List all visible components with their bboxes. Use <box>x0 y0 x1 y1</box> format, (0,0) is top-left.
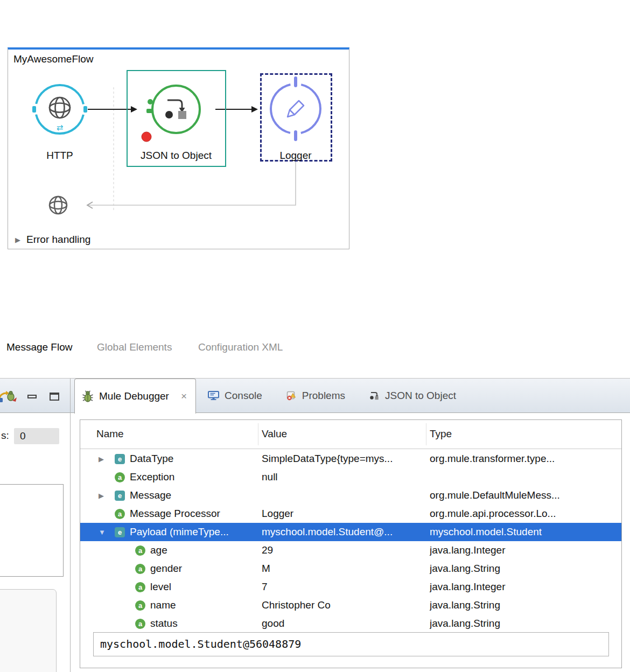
variable-type: java.lang.String <box>430 618 621 629</box>
variable-name: age <box>150 544 167 556</box>
debugger-tab-bar: Mule Debugger × Console <box>0 379 630 413</box>
attribute-icon: a <box>135 545 145 556</box>
table-row[interactable]: alevel7java.lang.Integer <box>80 578 621 596</box>
table-row[interactable]: astatusgoodjava.lang.String <box>80 614 621 633</box>
column-header-type[interactable]: Type <box>430 428 452 440</box>
tab-mule-debugger[interactable]: Mule Debugger × <box>74 379 196 414</box>
variables-table-header: Name Value Type <box>80 420 621 449</box>
table-row[interactable]: aage29java.lang.Integer <box>80 541 621 559</box>
tab-configuration-xml[interactable]: Configuration XML <box>198 341 283 353</box>
attribute-icon: a <box>135 619 145 629</box>
bottom-panel: Mule Debugger × Console <box>0 378 630 672</box>
variable-name: DataType <box>130 453 173 465</box>
table-row[interactable]: ▼ePayload (mimeType...myschool.model.Stu… <box>80 523 621 541</box>
variable-type: java.lang.Integer <box>430 581 621 593</box>
attribute-icon: a <box>115 509 125 519</box>
table-row[interactable]: aMessage ProcessorLoggerorg.mule.api.pro… <box>80 505 621 523</box>
tab-message-flow[interactable]: Message Flow <box>6 341 73 353</box>
expand-arrow-icon[interactable]: ▶ <box>99 455 115 463</box>
tab-console[interactable]: Console <box>196 379 274 413</box>
variable-value: myschool.model.Student@... <box>262 526 430 538</box>
expand-arrow-icon[interactable]: ▶ <box>15 236 20 244</box>
variable-type: java.lang.String <box>430 563 621 575</box>
attribute-icon: a <box>115 472 125 482</box>
column-header-value[interactable]: Value <box>262 428 287 440</box>
variable-name: Payload (mimeType... <box>130 526 229 538</box>
variable-value: Logger <box>262 508 430 520</box>
table-row[interactable]: ▶eDataTypeSimpleDataType{type=mys...org.… <box>80 450 621 468</box>
table-row[interactable]: ▶eMessageorg.mule.DefaultMuleMess... <box>80 486 621 505</box>
tab-label: Mule Debugger <box>99 390 169 402</box>
flow-canvas[interactable]: MyAwesomeFlow <box>8 47 349 249</box>
editor-tab-bar: Message Flow Global Elements Configurati… <box>0 339 630 359</box>
element-icon: e <box>115 527 125 537</box>
error-handling-label: Error handling <box>26 234 90 246</box>
expand-arrow-icon[interactable]: ▶ <box>99 492 115 500</box>
sidebar-list-panel[interactable] <box>0 484 64 577</box>
logger-node-label: Logger <box>263 150 328 162</box>
http-node-label: HTTP <box>27 150 92 162</box>
close-icon[interactable]: × <box>181 390 187 402</box>
variable-value: SimpleDataType{type=mys... <box>262 453 430 465</box>
variable-name: Message Processor <box>130 508 220 520</box>
variable-value: null <box>262 471 430 483</box>
variable-value: 7 <box>262 581 430 593</box>
table-row[interactable]: agenderMjava.lang.String <box>80 559 621 578</box>
element-icon: e <box>115 491 125 501</box>
variable-name: level <box>150 581 171 593</box>
attribute-icon: a <box>135 582 145 592</box>
maximize-view-button[interactable] <box>50 393 59 401</box>
variable-type: org.mule.api.processor.Lo... <box>430 508 621 520</box>
sidebar-lower-panel[interactable] <box>0 589 57 672</box>
variable-type: java.lang.Integer <box>430 544 621 556</box>
debug-toolbar-icon-2[interactable] <box>5 390 18 403</box>
variable-name: Message <box>130 489 171 501</box>
table-row[interactable]: anameChristopher Cojava.lang.String <box>80 596 621 614</box>
count-value: 0 <box>20 430 26 442</box>
response-return-path <box>87 162 296 208</box>
bug-icon <box>82 390 94 402</box>
column-separator[interactable] <box>258 423 258 445</box>
tab-json-to-object[interactable]: JSON to Object <box>357 379 468 413</box>
tab-label: Console <box>225 390 262 402</box>
error-handling-section[interactable]: ▶ Error handling <box>15 234 90 246</box>
variable-name: gender <box>150 563 182 575</box>
problems-icon <box>286 391 297 401</box>
anypoint-studio-window: { "colors": { "accent-blue": "#2e7ee0", … <box>0 0 630 672</box>
variable-type: org.mule.transformer.type... <box>430 453 621 465</box>
transform-tab-icon <box>369 390 380 401</box>
variable-value: 29 <box>262 544 430 556</box>
panel-divider[interactable] <box>70 379 71 672</box>
element-icon: e <box>115 454 125 464</box>
variable-value: M <box>262 563 430 575</box>
variable-value: good <box>262 618 430 629</box>
variable-type: myschool.model.Student <box>430 526 621 538</box>
variable-type: java.lang.String <box>430 599 621 611</box>
debug-variable-rows: ▶eDataTypeSimpleDataType{type=mys...org.… <box>80 450 621 633</box>
column-separator[interactable] <box>426 423 426 445</box>
logger-selection-box <box>260 73 332 162</box>
count-value-box: 0 <box>14 428 59 444</box>
variable-name: status <box>150 618 178 629</box>
tab-global-elements[interactable]: Global Elements <box>97 341 172 353</box>
console-icon <box>208 391 219 401</box>
collapse-arrow-icon[interactable]: ▼ <box>99 528 115 536</box>
transform-node-label: JSON to Object <box>128 150 225 162</box>
minimize-view-button[interactable] <box>27 395 37 398</box>
exchange-arrows-icon: ⇄ <box>57 123 64 132</box>
variable-name: Exception <box>130 471 174 483</box>
variable-type: org.mule.DefaultMuleMess... <box>430 489 621 501</box>
tab-label: Problems <box>302 390 345 402</box>
attribute-icon: a <box>135 564 145 574</box>
variable-detail-box[interactable]: myschool.model.Student@56048879 <box>93 632 609 656</box>
tab-problems[interactable]: Problems <box>274 379 357 413</box>
http-listener-node[interactable]: ⇄ <box>32 85 87 134</box>
response-globe-icon <box>50 197 67 214</box>
debugger-variables-view: Name Value Type ▶eDataTypeSimpleDataType… <box>80 419 622 668</box>
table-row[interactable]: aExceptionnull <box>80 468 621 486</box>
debugger-tabs: Mule Debugger × Console <box>74 379 468 413</box>
column-header-name[interactable]: Name <box>96 428 124 440</box>
variable-name: name <box>150 599 176 611</box>
attribute-icon: a <box>135 600 145 611</box>
count-label: s: <box>1 430 9 442</box>
